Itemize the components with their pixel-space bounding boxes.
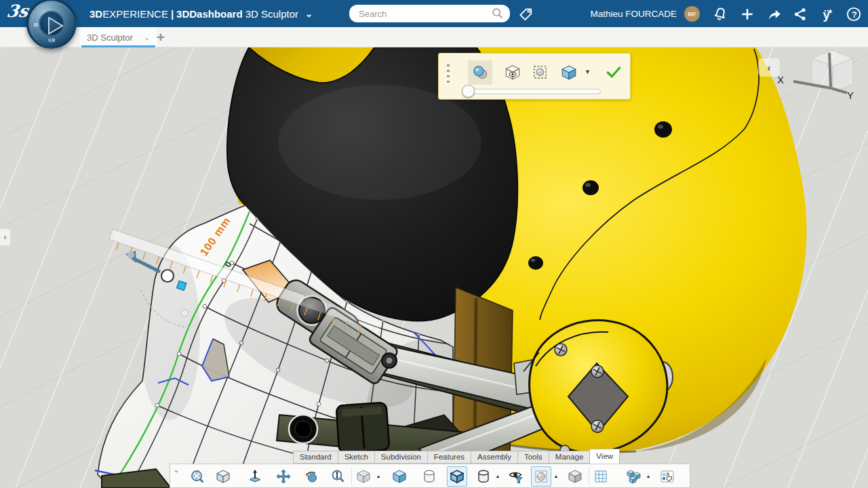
flyout-caret-icon[interactable]: ▴ xyxy=(647,473,650,479)
direction-arrow[interactable] xyxy=(136,260,160,272)
weight-slider-track[interactable] xyxy=(467,89,601,94)
shaded-cube-icon xyxy=(391,468,408,485)
select-through-button[interactable] xyxy=(528,60,553,85)
compass-south-label[interactable]: V.R xyxy=(48,38,55,43)
box-mode-button[interactable] xyxy=(557,60,581,85)
tab-standard[interactable]: Standard xyxy=(293,451,338,464)
render-sphere-icon xyxy=(533,468,549,485)
collapse-toolbar-button[interactable]: ⌄ xyxy=(173,465,180,474)
3ds-logo[interactable]: 3s xyxy=(5,1,30,21)
product-name: EXPERIENCE xyxy=(102,8,168,20)
user-name[interactable]: Mathieu FOURCADE xyxy=(590,0,677,27)
hide-show-button[interactable] xyxy=(353,466,374,487)
collapse-panel-button[interactable]: ‹ xyxy=(758,58,780,77)
shaded-mode-button[interactable] xyxy=(468,60,492,85)
chevron-down-icon[interactable]: ⌄ xyxy=(144,33,150,42)
shading-button[interactable] xyxy=(389,466,410,487)
tab-view[interactable]: View xyxy=(589,449,620,464)
app-window: 3s 3DEXPERIENCE | 3DDashboard 3D Sculpto… xyxy=(0,0,868,488)
flyout-caret-icon[interactable]: ▴ xyxy=(555,473,557,479)
current-app-name: 3D Sculptor xyxy=(245,8,298,20)
no-color-button[interactable] xyxy=(565,466,585,487)
selection-box-icon xyxy=(532,64,549,81)
chevron-down-icon[interactable]: ⌄ xyxy=(305,9,313,19)
normal-to-button[interactable] xyxy=(245,466,265,487)
shading-edges-button[interactable] xyxy=(447,466,467,487)
chevron-down-icon[interactable]: ▼ xyxy=(585,68,591,75)
rotate-button[interactable] xyxy=(301,466,321,487)
new-tab-button[interactable]: + xyxy=(152,28,170,46)
tab-3d-sculptor[interactable]: 3D Sculptor ⌄ xyxy=(80,27,157,47)
help-icon[interactable]: ? xyxy=(846,6,862,22)
add-icon[interactable] xyxy=(739,6,755,22)
zoom-button[interactable] xyxy=(328,466,349,487)
normal-arrow-icon xyxy=(247,468,263,485)
tab-manage[interactable]: Manage xyxy=(549,451,591,464)
dashboard-name: 3DDashboard xyxy=(176,8,243,20)
search-box[interactable] xyxy=(349,5,510,22)
pan-button[interactable] xyxy=(273,466,294,487)
control-cage-button[interactable] xyxy=(500,60,525,85)
compass-west-label[interactable]: 3D xyxy=(33,22,39,27)
tab-label: 3D Sculptor xyxy=(87,33,133,43)
3dswym-icon[interactable]: ÿ xyxy=(818,6,835,22)
pointer-options-icon xyxy=(659,468,675,485)
fit-all-icon xyxy=(189,468,205,485)
cylinder-edges-icon xyxy=(475,468,492,485)
network-icon[interactable] xyxy=(792,6,808,22)
rotate-icon xyxy=(303,468,319,485)
manipulator-handle[interactable] xyxy=(161,270,174,282)
ok-button[interactable] xyxy=(601,60,626,85)
cylinder-icon xyxy=(421,468,437,485)
tab-features[interactable]: Features xyxy=(427,451,471,464)
check-icon xyxy=(605,64,623,81)
tab-sketch[interactable]: Sketch xyxy=(338,451,375,464)
app-title[interactable]: 3DEXPERIENCE | 3DDashboard 3D Sculptor ⌄ xyxy=(90,0,315,27)
assembly-cubes-icon xyxy=(625,468,642,485)
visibility-filter-button[interactable] xyxy=(506,466,526,487)
tag-icon[interactable] xyxy=(517,6,534,22)
ribbon-tab-bar: Standard Sketch Subdivision Features Ass… xyxy=(293,451,619,464)
tab-subdivision[interactable]: Subdivision xyxy=(374,451,428,464)
shading-hidden-edges-button[interactable] xyxy=(473,466,494,487)
share-icon[interactable] xyxy=(766,6,782,22)
flyout-caret-icon[interactable]: ▴ xyxy=(377,473,380,479)
cube-icon xyxy=(560,64,578,81)
weight-slider-knob[interactable] xyxy=(462,85,475,98)
wireframe-cube-eye-icon xyxy=(504,64,521,81)
vertex-handle[interactable] xyxy=(177,281,186,290)
pan-icon xyxy=(275,468,292,485)
axis-y-label: Y xyxy=(847,89,854,101)
snap-button xyxy=(583,180,599,195)
3d-compass[interactable]: 3D V.R xyxy=(26,0,77,49)
notifications-icon[interactable] xyxy=(712,6,728,22)
flyout-caret-icon[interactable]: ▴ xyxy=(496,473,499,479)
avatar[interactable]: MF xyxy=(684,6,700,22)
render-style-button[interactable] xyxy=(531,466,551,487)
zoom-icon xyxy=(330,468,347,485)
grid-button[interactable] xyxy=(591,466,611,487)
search-input[interactable] xyxy=(357,8,491,20)
look-at-button[interactable] xyxy=(213,466,233,487)
hidden-mesh-cube-icon xyxy=(355,468,372,485)
drag-handle[interactable] xyxy=(447,64,450,86)
assembly-display-button[interactable] xyxy=(623,466,644,487)
3d-scene[interactable]: 100 mm 0 X Y xyxy=(0,47,868,488)
search-icon[interactable] xyxy=(491,7,505,20)
snap-button xyxy=(654,121,672,138)
tab-tools[interactable]: Tools xyxy=(517,451,549,464)
fit-all-button[interactable] xyxy=(187,466,208,487)
tab-assembly[interactable]: Assembly xyxy=(471,451,518,464)
product-name-bold: 3D xyxy=(90,8,102,20)
grid-icon xyxy=(593,468,609,485)
gray-cube-icon xyxy=(567,468,583,485)
shading-material-button[interactable] xyxy=(419,466,439,487)
viewport-3d[interactable]: 100 mm 0 X Y xyxy=(0,47,868,488)
svg-text:ÿ: ÿ xyxy=(823,7,831,22)
subdivision-command-panel: ▼ xyxy=(438,53,631,100)
view-toolbar: ⌄ xyxy=(170,464,690,488)
look-at-cube-icon xyxy=(215,468,231,485)
cursor-options-button[interactable] xyxy=(657,466,677,487)
expand-tree-button[interactable]: › xyxy=(0,229,10,245)
axis-triad[interactable]: X Y xyxy=(777,50,854,101)
